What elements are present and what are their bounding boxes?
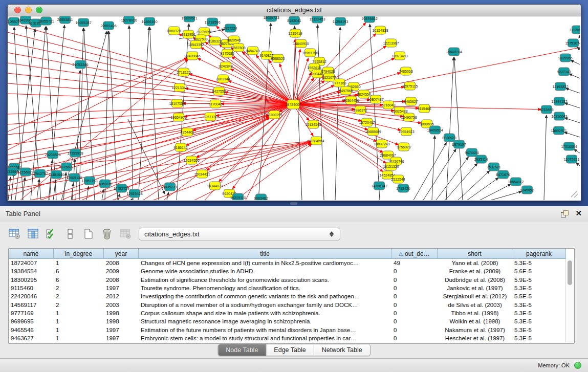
graph-node-label: 16339521 [181,16,197,20]
graph-node-label: 11120953 [570,28,580,32]
column-header-short[interactable]: short [438,249,512,259]
network-window[interactable]: citations_edges.txt 21055724104339029131… [7,4,581,201]
split-pane-divider[interactable] [290,202,297,205]
table-cell: 18300295 [9,277,54,283]
resize-grip-icon [571,191,578,198]
table-row[interactable]: 977716911998Corpus callosum shape and si… [9,309,574,317]
table-settings-icon[interactable] [7,227,23,240]
tab-network-table[interactable]: Network Table [314,344,370,356]
table-row[interactable]: 1456911722003Disruption of a novel membe… [9,300,574,309]
close-window-icon[interactable] [14,7,21,13]
network-canvas[interactable]: 2105572410433902913181318055721205538111… [8,16,580,200]
graph-node-label: 10025488 [391,110,407,113]
table-cell: Nakamura et al. (1997) [438,327,512,333]
table-cell: 14569117 [9,302,54,308]
column-visibility-icon[interactable] [44,227,59,240]
graph-node-label: 9115460 [418,107,431,111]
graph-node-label: 9331994 [8,170,18,173]
table-row[interactable]: 946362711997Embryonic stem cells: a mode… [9,334,574,342]
graph-node-label: 16210643 [551,115,567,118]
graph-node-label: 6794028 [321,70,335,73]
graph-node-label: 13444132 [551,100,567,103]
table-cell: 1997 [104,335,139,341]
graph-node-label: 6216043 [381,103,395,107]
graph-node-label: 16648784 [446,50,462,54]
graph-node-label: 2718120 [177,71,190,74]
table-cell: Changes of HCN gene expression and I(f) … [139,260,391,266]
graph-node-label: 18055723 [263,16,279,19]
table-cell: 49 [391,260,438,266]
delete-table-icon[interactable] [99,227,115,240]
table-row[interactable]: 1830029562008Estimation of significance … [9,276,574,284]
scrollbar-thumb[interactable] [568,260,572,285]
tab-edge-table[interactable]: Edge Table [266,344,314,356]
graph-node-label: 15720407 [359,121,375,124]
table-selector-dropdown[interactable]: citations_edges.txt [139,228,340,240]
graph-node-label: 17016504 [561,145,577,148]
graph-node-label: 10688609 [365,130,381,134]
graph-node-label: 6879197 [452,143,466,146]
graph-node-label: 12634556 [183,159,199,162]
graph-node-label: 2803144 [216,77,230,81]
table-row[interactable]: 946554611997Estimation of the future num… [9,325,574,334]
column-header-out_de[interactable]: △out_de… [391,249,438,259]
graph-node-label: 10807487 [367,98,383,101]
graph-node-label: 16958167 [97,182,113,186]
table-cell: 0 [391,310,438,316]
tab-node-table[interactable]: Node Table [218,344,266,356]
table-panel-header: Table Panel ✕ [0,206,588,222]
graph-node-label: 18724007 [285,103,301,106]
graph-node-label: 7986372 [353,108,367,112]
column-header-name[interactable]: name [9,249,54,259]
table-cell: 6 [54,277,104,283]
column-header-pagerank[interactable]: pagerank [512,249,566,259]
close-panel-icon[interactable]: ✕ [575,209,582,217]
table-cell: 2 [54,302,104,308]
table-cell: 19384554 [9,268,54,274]
graph-node-label: 9756928 [397,145,410,149]
column-header-year[interactable]: year [104,249,139,259]
new-table-icon[interactable] [81,227,96,240]
rows-icon[interactable] [62,227,78,240]
select-columns-icon[interactable] [26,227,41,240]
table-cell: 0 [391,327,438,333]
graph-node-label: 18640910 [293,42,309,46]
table-row[interactable]: 911546021997Tourette syndrome. Phenomeno… [9,284,574,292]
table-cell: 9463627 [9,335,54,341]
graph-node-label: 11254193 [333,20,349,24]
graph-node-label: 18807249 [374,142,389,146]
table-row[interactable]: 969969511998Structural magnetic resonanc… [9,317,574,325]
table-row[interactable]: 1872400712008Changes of HCN gene express… [9,259,574,267]
graph-node-label: 1215419 [288,32,302,35]
column-header-title[interactable]: title [139,249,391,259]
table-cell: Franke et al. (2009) [438,268,512,274]
graph-node-label: 1733426 [396,187,410,190]
graph-node-label: 7254401 [180,130,194,134]
table-row[interactable]: 1938455462009Genome-wide association stu… [9,267,574,275]
table-cell: 1998 [104,310,139,316]
zoom-window-icon[interactable] [36,7,42,13]
graph-node-label: 8215955 [539,108,553,112]
vertical-scrollbar[interactable] [565,259,574,342]
table-cell: 1 [54,335,104,341]
graph-node-label: 9186142 [173,146,187,149]
table-row[interactable]: 2242004622012Investigating the contribut… [9,292,574,300]
table-cell: Yano et al. (2008) [438,260,512,266]
graph-node-label: 7957224 [223,27,237,30]
table-cell: 5.3E-5 [512,310,566,316]
table-tabs: Node TableEdge TableNetwork Table [217,344,370,356]
network-window-titlebar[interactable]: citations_edges.txt [8,5,581,16]
minimize-window-icon[interactable] [25,7,32,13]
memory-ok-indicator [574,362,581,369]
table-cell: Estimation of significance thresholds fo… [139,277,391,283]
graph-node-label: 23226058 [196,30,212,34]
table-panel-body: f(x) citations_edges.txt namein_degreeye… [0,222,588,358]
table-cell: Wolkin et al. (1998) [438,318,512,324]
float-panel-icon[interactable] [561,210,569,217]
dropdown-arrows-icon [326,231,340,237]
table-toolbar: f(x) [7,226,155,242]
graph-node-label: 7955812 [312,60,326,63]
table-selector-value: citations_edges.txt [139,230,326,238]
table-cell: 5.5E-5 [512,293,566,299]
column-header-in_degree[interactable]: in_degree [54,249,104,259]
